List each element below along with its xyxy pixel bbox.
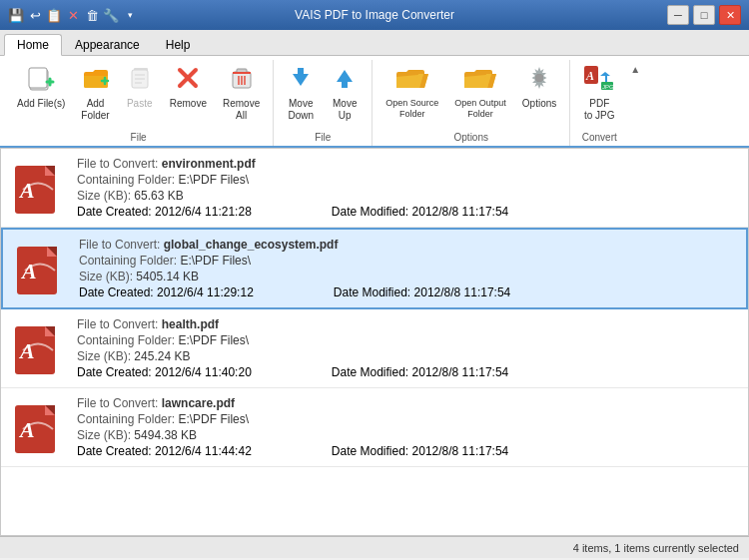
folder-row-3: Containing Folder: E:\PDF Files\ (77, 333, 738, 347)
dates-row-3: Date Created: 2012/6/4 11:40:20 Date Mod… (77, 365, 738, 379)
open-source-folder-button[interactable]: Open SourceFolder (378, 60, 445, 124)
size-row-3: Size (KB): 245.24 KB (77, 349, 738, 363)
pdf-to-jpg-icon: A JPG (583, 64, 615, 96)
svg-point-28 (535, 74, 543, 82)
title-bar: 💾 ↩ 📋 ✕ 🗑 🔧 ▾ VAIS PDF to Image Converte… (0, 0, 749, 30)
tab-appearance[interactable]: Appearance (62, 33, 153, 55)
svg-marker-31 (600, 72, 610, 76)
size-row-4: Size (KB): 5494.38 KB (77, 428, 738, 442)
trash-quick-icon[interactable]: 🗑 (84, 7, 100, 23)
open-output-folder-icon (462, 64, 498, 96)
dates-row-1: Date Created: 2012/6/4 11:21:28 Date Mod… (77, 205, 738, 219)
size-row-2: Size (KB): 5405.14 KB (79, 270, 736, 283)
file-name-row-3: File to Convert: health.pdf (77, 317, 738, 331)
size-row-1: Size (KB): 65.63 KB (77, 189, 738, 203)
open-source-folder-label: Open SourceFolder (385, 98, 438, 120)
move-down-button[interactable]: MoveDown (280, 60, 322, 126)
dropdown-quick-icon[interactable]: ▾ (122, 7, 138, 23)
remove-all-label: RemoveAll (223, 98, 260, 122)
open-output-folder-label: Open OutputFolder (454, 98, 506, 120)
remove-all-icon (228, 64, 256, 96)
file-name-row-2: File to Convert: global_change_ecosystem… (79, 238, 736, 252)
pdf-to-jpg-button[interactable]: A JPG PDFto JPG (576, 60, 622, 126)
file-info-3: File to Convert: health.pdf Containing F… (77, 317, 738, 379)
new-quick-icon[interactable]: 📋 (46, 7, 62, 23)
folder-row-1: Containing Folder: E:\PDF Files\ (77, 173, 738, 187)
svg-rect-9 (135, 78, 145, 80)
options-group-buttons: Open SourceFolder Open OutputFolder (378, 60, 563, 130)
ribbon-group-move: MoveDown MoveUp File (274, 60, 373, 146)
move-up-button[interactable]: MoveUp (324, 60, 366, 126)
minimize-button[interactable]: ─ (667, 5, 689, 25)
options-icon (525, 64, 553, 96)
ribbon-collapse-button[interactable]: ▲ (628, 60, 642, 146)
file-info-4: File to Convert: lawncare.pdf Containing… (77, 396, 738, 458)
svg-rect-1 (29, 68, 47, 88)
svg-rect-8 (135, 74, 145, 76)
close-button[interactable]: ✕ (719, 5, 741, 25)
remove-all-button[interactable]: RemoveAll (216, 60, 267, 126)
quick-access-toolbar: 💾 ↩ 📋 ✕ 🗑 🔧 ▾ (8, 7, 138, 23)
remove-icon (174, 64, 202, 96)
dates-row-4: Date Created: 2012/6/4 11:44:42 Date Mod… (77, 444, 738, 458)
svg-rect-22 (342, 80, 348, 88)
paste-label: Paste (127, 98, 153, 110)
open-output-folder-button[interactable]: Open OutputFolder (447, 60, 513, 124)
paste-button[interactable]: Paste (119, 60, 161, 114)
svg-rect-20 (298, 68, 304, 76)
tab-help[interactable]: Help (153, 33, 204, 55)
convert-group-label: Convert (576, 130, 622, 146)
file-group-label: File (10, 130, 267, 146)
ribbon-toolbar: Add File(s) AddFolder (0, 56, 749, 148)
file-icon-4: A (11, 400, 65, 454)
pdf-to-jpg-label: PDFto JPG (584, 98, 615, 122)
tools-quick-icon[interactable]: 🔧 (103, 7, 119, 23)
undo-quick-icon[interactable]: ↩ (27, 7, 43, 23)
ribbon-group-options: Open SourceFolder Open OutputFolder (373, 60, 570, 146)
file-list-item-2[interactable]: A File to Convert: global_change_ecosyst… (1, 228, 748, 309)
file-list-item-1[interactable]: A File to Convert: environment.pdf Conta… (1, 149, 748, 228)
maximize-button[interactable]: □ (693, 5, 715, 25)
ribbon-group-convert: A JPG PDFto JPG Convert (570, 60, 628, 146)
file-group-buttons: Add File(s) AddFolder (10, 60, 267, 130)
file-icon-2: A (13, 242, 67, 295)
delete-quick-icon[interactable]: ✕ (65, 7, 81, 23)
add-files-label: Add File(s) (17, 98, 65, 110)
svg-text:JPG: JPG (602, 84, 614, 90)
folder-row-2: Containing Folder: E:\PDF Files\ (79, 254, 736, 268)
move-up-icon (331, 64, 359, 96)
folder-row-4: Containing Folder: E:\PDF Files\ (77, 412, 738, 426)
svg-text:A: A (20, 259, 37, 283)
remove-button[interactable]: Remove (163, 60, 214, 114)
title-bar-left: 💾 ↩ 📋 ✕ 🗑 🔧 ▾ (8, 7, 138, 23)
window-controls: ─ □ ✕ (667, 5, 741, 25)
dates-row-2: Date Created: 2012/6/4 11:29:12 Date Mod… (79, 285, 736, 299)
svg-text:A: A (18, 417, 35, 442)
convert-group-buttons: A JPG PDFto JPG (576, 60, 622, 130)
add-folder-button[interactable]: AddFolder (74, 60, 116, 126)
ribbon-tabs: Home Appearance Help (0, 30, 749, 56)
options-label: Options (522, 98, 556, 110)
add-files-button[interactable]: Add File(s) (10, 60, 72, 114)
status-bar: 4 items, 1 items currently selected (0, 536, 749, 558)
svg-text:A: A (18, 338, 35, 363)
open-source-folder-icon (394, 64, 430, 96)
options-button[interactable]: Options (515, 60, 563, 114)
options-group-label: Options (378, 130, 563, 146)
main-content: A File to Convert: environment.pdf Conta… (0, 148, 749, 536)
add-folder-label: AddFolder (81, 98, 109, 122)
file-list-item-4[interactable]: A File to Convert: lawncare.pdf Containi… (1, 388, 748, 467)
svg-text:A: A (18, 178, 35, 203)
status-text: 4 items, 1 items currently selected (573, 542, 739, 554)
file-icon-1: A (11, 161, 65, 215)
file-list-item-3[interactable]: A File to Convert: health.pdf Containing… (1, 309, 748, 388)
file-info-2: File to Convert: global_change_ecosystem… (79, 238, 736, 299)
tab-home[interactable]: Home (4, 34, 62, 56)
save-quick-icon[interactable]: 💾 (8, 7, 24, 23)
move-up-label: MoveUp (333, 98, 357, 122)
ribbon-group-file: Add File(s) AddFolder (4, 60, 274, 146)
paste-icon (126, 64, 154, 96)
file-name-row-4: File to Convert: lawncare.pdf (77, 396, 738, 410)
move-down-icon (287, 64, 315, 96)
file-info-1: File to Convert: environment.pdf Contain… (77, 157, 738, 219)
